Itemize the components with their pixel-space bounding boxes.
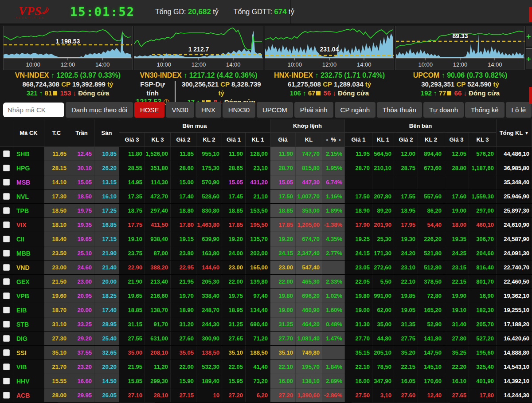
bid3-price-cell[interactable]: 27.10 [119,388,145,402]
row-checkbox[interactable] [0,388,13,402]
bid3-vol-cell[interactable]: 91,70 [145,317,171,331]
floor-price-cell[interactable]: 16.10 [94,190,119,203]
floor-price-cell[interactable]: 21.40 [94,261,119,274]
ceiling-price-cell[interactable]: 15.05 [69,175,94,189]
bid2-vol-cell[interactable]: 189,40 [196,374,222,388]
ask3-price-cell[interactable]: 16.10 [444,374,469,388]
ask2-vol-cell[interactable]: 52,90 [418,317,444,331]
bid1-vol-cell[interactable]: 690,40 [246,317,270,331]
bid2-vol-cell[interactable]: 528,60 [196,190,222,203]
ask3-price-cell[interactable]: 12.05 [444,147,469,161]
checkbox-icon[interactable] [3,392,10,399]
bid2-vol-cell[interactable]: 244,30 [196,317,222,331]
bid2-vol-cell[interactable]: 338,40 [196,289,222,303]
bid1-price-cell[interactable]: 22.00 [222,275,246,288]
ask3-price-cell[interactable]: 27.80 [444,332,469,345]
symbol-cell[interactable]: VND [13,261,44,274]
match-price-cell[interactable]: 17.50 [270,190,296,203]
bid2-vol-cell[interactable]: 138,50 [196,346,222,360]
ceiling-price-cell[interactable]: 20.00 [69,303,94,317]
ask2-vol-cell[interactable]: 86,20 [418,204,444,217]
symbol-cell[interactable]: VIB [13,360,44,374]
match-price-cell[interactable]: 16.00 [270,374,296,388]
ref-price-cell[interactable]: 21.50 [44,275,69,288]
match-price-cell[interactable]: 15.05 [270,175,296,189]
ask3-price-cell[interactable]: 19.00 [444,204,469,217]
checkbox-icon[interactable] [3,207,10,214]
floor-price-cell[interactable]: 13.15 [94,175,119,189]
bid2-price-cell[interactable]: 17.40 [171,190,196,203]
ask1-vol-cell[interactable]: 207,80 [372,190,394,203]
symbol-cell[interactable]: EIB [13,303,44,317]
checkbox-icon[interactable] [3,150,10,157]
floor-price-cell[interactable]: 32.65 [94,346,119,360]
checkbox-icon[interactable] [3,307,10,313]
ref-price-cell[interactable]: 21.70 [44,360,69,374]
bid2-price-cell[interactable]: 15.90 [171,374,196,388]
bid1-price-cell[interactable]: 18.85 [222,204,246,217]
bid2-vol-cell[interactable]: 955,10 [196,147,222,161]
match-vol-cell[interactable]: 1,007,70 [296,190,322,203]
bid1-vol-cell[interactable]: 73,20 [246,374,270,388]
ask3-vol-cell[interactable]: 1,187,60 [469,161,497,175]
bid3-price-cell[interactable]: 35.00 [119,346,145,360]
ask2-vol-cell[interactable]: 145,10 [418,360,444,374]
ask3-vol-cell[interactable]: 205,70 [469,317,497,331]
bid2-price-cell[interactable]: 17.80 [171,218,196,232]
bid1-price-cell[interactable]: 17.85 [222,218,246,232]
ask1-price-cell[interactable]: 19.80 [345,289,372,303]
bid2-price-cell[interactable]: 23.80 [171,246,196,260]
ask3-price-cell[interactable]: 19.10 [444,303,469,317]
ask1-vol-cell[interactable]: 62,00 [372,303,394,317]
ask1-vol-cell[interactable]: 89,20 [372,204,394,217]
bid1-price-cell[interactable]: 18.95 [222,303,246,317]
floor-price-cell[interactable]: 16.85 [94,218,119,232]
match-price-cell[interactable]: 31.25 [270,317,296,331]
floor-price-cell[interactable]: 26.05 [94,388,119,402]
ceiling-price-cell[interactable]: 16.60 [69,374,94,388]
bid1-price-cell[interactable]: 17.45 [222,190,246,203]
bid1-price-cell[interactable]: 35.10 [222,346,246,360]
ask1-vol-cell[interactable]: 347,90 [372,374,394,388]
bid2-vol-cell[interactable]: 1,463,80 [196,218,222,232]
ask3-vol-cell[interactable]: 816,40 [469,261,497,274]
ask3-price-cell[interactable]: 27.65 [444,388,469,402]
ask3-price-cell[interactable]: 22.15 [444,275,469,288]
ceiling-price-cell[interactable]: 20.95 [69,289,94,303]
ask3-price-cell[interactable]: 19.90 [444,289,469,303]
tab-hnx30[interactable]: HNX30 [223,102,255,118]
bid1-price-cell[interactable]: 11.90 [222,147,246,161]
checkbox-icon[interactable] [3,278,10,285]
ask3-price-cell[interactable]: 35.25 [444,346,469,360]
ceiling-price-cell[interactable]: 19.75 [69,204,94,217]
bid3-price-cell[interactable]: 23.75 [119,246,145,260]
floor-price-cell[interactable]: 28.95 [94,317,119,331]
ask3-vol-cell[interactable]: 16,90 [469,289,497,303]
tab-phái-sinh[interactable]: Phái sinh [294,102,333,118]
ask2-vol-cell[interactable]: 226,20 [418,232,444,246]
bid2-price-cell[interactable]: 27.60 [171,332,196,345]
ask1-price-cell[interactable]: 28.70 [345,161,372,175]
ref-price-cell[interactable]: 14.10 [44,175,69,189]
match-vol-cell[interactable]: 674,70 [296,232,322,246]
bid2-price-cell[interactable]: 11.85 [171,147,196,161]
bid3-price-cell[interactable]: 14.95 [119,175,145,189]
ask2-vol-cell[interactable]: 170,60 [418,374,444,388]
bid2-price-cell[interactable]: 27.15 [171,388,196,402]
ask1-price-cell[interactable]: 17.90 [345,218,372,232]
symbol-cell[interactable]: SSI [13,346,44,360]
bid3-vol-cell[interactable]: 299,30 [145,374,171,388]
bid3-price-cell[interactable]: 15.85 [119,374,145,388]
ask2-price-cell[interactable]: 19.30 [394,232,418,246]
floor-price-cell[interactable]: 18.25 [94,289,119,303]
row-checkbox[interactable] [0,190,13,203]
bid1-vol-cell[interactable]: 41,40 [246,360,270,374]
ask3-vol-cell[interactable]: 182,30 [469,303,497,317]
bid2-price-cell[interactable]: 19.70 [171,289,196,303]
tab-thống-kê[interactable]: Thống kê [465,102,505,118]
bid3-price-cell[interactable]: 17.35 [119,190,145,203]
match-price-cell[interactable]: 24.15 [270,246,296,260]
ask2-price-cell[interactable] [394,175,418,189]
checkbox-icon[interactable] [3,165,10,171]
bid3-vol-cell[interactable]: 208,10 [145,346,171,360]
